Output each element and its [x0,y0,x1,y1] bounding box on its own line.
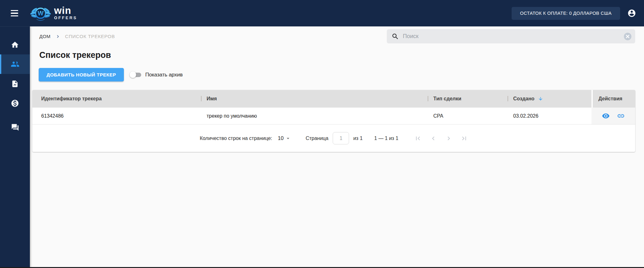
archive-toggle[interactable] [130,71,141,78]
table-row[interactable]: 61342486 трекер по умолчанию CPA 03.02.2… [32,108,635,125]
logo-subtitle: OFFERS [54,15,77,20]
column-header-name[interactable]: Имя [201,90,428,108]
column-header-deal-type[interactable]: Тип сделки [428,90,508,108]
table-header-row: Идентификатор трекера Имя Тип сделки Соз… [32,90,635,108]
table-pagination: Количество строк на странице: 10 Страниц… [32,125,635,152]
sidebar-item-home[interactable] [0,35,30,54]
dropdown-caret-icon [285,135,291,142]
breadcrumb: ДОМ СПИСОК ТРЕКЕРОВ [39,34,115,39]
range-label: 1 — 1 из 1 [374,136,398,141]
chat-icon [11,123,19,131]
brand-logo[interactable]: W win OFFERS [30,3,77,23]
show-archive-toggle-group: Показать архив [130,71,183,78]
search-input[interactable] [403,33,624,40]
previous-page-icon[interactable] [430,135,437,142]
sidebar-item-support-chat[interactable] [0,118,30,137]
page-label: Страница [306,136,329,141]
home-icon [11,41,19,49]
sidebar-item-finance[interactable] [0,93,30,113]
sidebar-item-reports[interactable] [0,74,30,93]
next-page-icon[interactable] [445,135,452,142]
rows-per-page-select[interactable]: 10 [278,135,291,142]
sidebar-nav [0,26,30,268]
top-bar: W win OFFERS ОСТАТОК К ОПЛАТЕ: 0 ДОЛЛАРО… [0,0,644,26]
page-number-input[interactable] [333,132,349,144]
copy-link-icon[interactable] [617,112,625,120]
report-document-icon [11,80,19,88]
trackers-table-card: Идентификатор трекера Имя Тип сделки Соз… [32,90,635,152]
sort-descending-arrow-icon[interactable] [538,96,543,101]
column-header-tracker-id[interactable]: Идентификатор трекера [32,90,201,108]
page-of-label: из 1 [353,136,363,141]
column-header-created[interactable]: Создано [508,90,591,108]
cell-tracker-id: 61342486 [32,108,201,124]
search-clear-icon[interactable] [624,32,632,41]
money-icon [11,99,19,108]
breadcrumb-current: СПИСОК ТРЕКЕРОВ [65,34,115,39]
add-tracker-button[interactable]: ДОБАВИТЬ НОВЫЙ ТРЕКЕР [39,68,124,81]
cell-name: трекер по умолчанию [201,108,428,124]
search-bar [387,29,635,43]
archive-toggle-label: Показать архив [145,72,183,78]
cell-deal-type: CPA [428,108,508,124]
search-icon [391,33,399,40]
winged-emblem-icon: W [30,3,51,23]
balance-badge[interactable]: ОСТАТОК К ОПЛАТЕ: 0 ДОЛЛАРОВ США [512,7,620,20]
account-avatar-icon[interactable] [627,8,636,18]
main-content: ДОМ СПИСОК ТРЕКЕРОВ Список трекеров ДОБА… [30,26,644,268]
page-title: Список трекеров [39,50,635,60]
first-page-icon[interactable] [414,135,422,142]
chevron-right-icon [55,34,61,39]
menu-hamburger-icon[interactable] [11,10,19,17]
view-eye-icon[interactable] [602,112,610,120]
people-icon [11,60,19,69]
column-header-actions: Действия [593,90,635,108]
cell-actions [591,108,635,124]
sidebar-item-trackers[interactable] [0,54,30,74]
breadcrumb-home-link[interactable]: ДОМ [39,34,51,39]
last-page-icon[interactable] [460,135,468,142]
cell-created: 03.02.2026 [508,108,591,124]
rows-per-page-label: Количество строк на странице: [200,136,272,141]
svg-text:W: W [38,10,44,17]
logo-title: win [54,7,77,15]
